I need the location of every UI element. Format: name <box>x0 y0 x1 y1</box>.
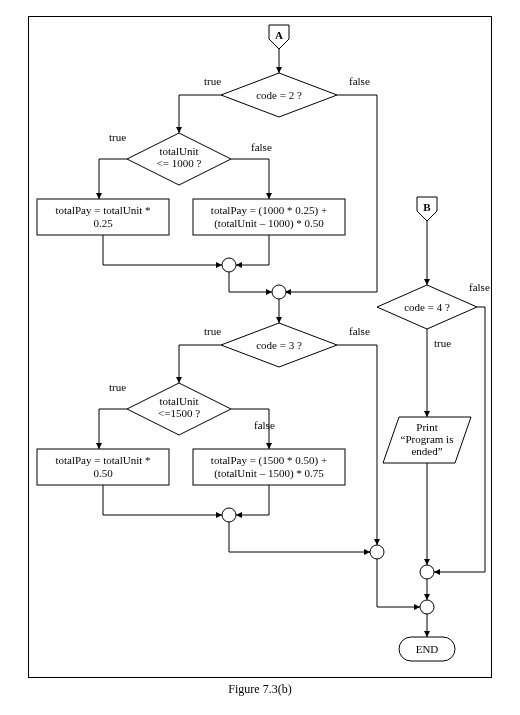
merge-1 <box>222 258 236 272</box>
edge-d1500-true <box>99 409 127 449</box>
connector-a: A <box>269 25 289 49</box>
decision-unit1000-l2: <= 1000 ? <box>157 157 202 169</box>
edge-p050s-m1 <box>236 235 269 265</box>
connector-b: B <box>417 197 437 221</box>
terminator-end-label: END <box>416 643 439 655</box>
decision-unit1000-l1: totalUnit <box>159 145 198 157</box>
process-025-l1: totalPay = totalUnit * <box>55 204 150 216</box>
label-d1000-false: false <box>251 141 272 153</box>
process-050stack-l1: totalPay = (1000 * 0.25) + <box>211 204 327 217</box>
edge-d3-false <box>337 345 377 545</box>
edge-p075-m3 <box>236 485 269 515</box>
process-050-l1: totalPay = totalUnit * <box>55 454 150 466</box>
process-075-l1: totalPay = (1500 * 0.50) + <box>211 454 327 467</box>
flowchart-svg: A code = 2 ? true false totalUnit <= 100… <box>29 17 493 679</box>
merge-5 <box>420 565 434 579</box>
edge-d2-true <box>179 95 221 133</box>
label-d2-false: false <box>349 75 370 87</box>
decision-unit1500-l1: totalUnit <box>159 395 198 407</box>
process-025-l2: 0.25 <box>93 217 113 229</box>
edge-d1000-false <box>231 159 269 199</box>
figure-caption: Figure 7.3(b) <box>0 682 520 697</box>
merge-2 <box>272 285 286 299</box>
decision-unit1500-l2: <=1500 ? <box>158 407 200 419</box>
decision-code2: code = 2 ? <box>221 73 337 117</box>
io-print-l3: ended” <box>411 445 442 457</box>
label-d1500-true: true <box>109 381 126 393</box>
process-025: totalPay = totalUnit * 0.25 <box>37 199 169 235</box>
label-d1500-false: false <box>254 419 275 431</box>
process-050-l2: 0.50 <box>93 467 113 479</box>
edge-m4-m6 <box>377 559 420 607</box>
io-print-l2: “Program is <box>401 433 454 445</box>
edge-p025-m1 <box>103 235 222 265</box>
edge-m3-m4 <box>229 522 370 552</box>
decision-code3-label: code = 3 ? <box>256 339 302 351</box>
process-075-l2: (totalUnit – 1500) * 0.75 <box>214 467 324 480</box>
edge-m1-m2 <box>229 272 272 292</box>
process-050: totalPay = totalUnit * 0.50 <box>37 449 169 485</box>
process-075: totalPay = (1500 * 0.50) + (totalUnit – … <box>193 449 345 485</box>
process-050stack-l2: (totalUnit – 1000) * 0.50 <box>214 217 324 230</box>
merge-3 <box>222 508 236 522</box>
decision-code4-label: code = 4 ? <box>404 301 450 313</box>
process-050stack: totalPay = (1000 * 0.25) + (totalUnit – … <box>193 199 345 235</box>
decision-unit1000: totalUnit <= 1000 ? <box>127 133 231 185</box>
connector-a-label: A <box>275 29 283 41</box>
label-d3-true: true <box>204 325 221 337</box>
decision-code4: code = 4 ? <box>377 285 477 329</box>
diagram-frame: A code = 2 ? true false totalUnit <= 100… <box>28 16 492 678</box>
label-d2-true: true <box>204 75 221 87</box>
decision-code2-label: code = 2 ? <box>256 89 302 101</box>
io-print-l1: Print <box>416 421 437 433</box>
label-d3-false: false <box>349 325 370 337</box>
decision-unit1500: totalUnit <=1500 ? <box>127 383 231 435</box>
decision-code3: code = 3 ? <box>221 323 337 367</box>
label-d4-false: false <box>469 281 490 293</box>
merge-4 <box>370 545 384 559</box>
page: A code = 2 ? true false totalUnit <= 100… <box>0 0 520 715</box>
edge-p050-m3 <box>103 485 222 515</box>
edge-d3-true <box>179 345 221 383</box>
edge-d2-false <box>285 95 377 292</box>
label-d1000-true: true <box>109 131 126 143</box>
connector-b-label: B <box>423 201 431 213</box>
label-d4-true: true <box>434 337 451 349</box>
terminator-end: END <box>399 637 455 661</box>
merge-6 <box>420 600 434 614</box>
io-print: Print “Program is ended” <box>383 417 471 463</box>
edge-d1000-true <box>99 159 127 199</box>
